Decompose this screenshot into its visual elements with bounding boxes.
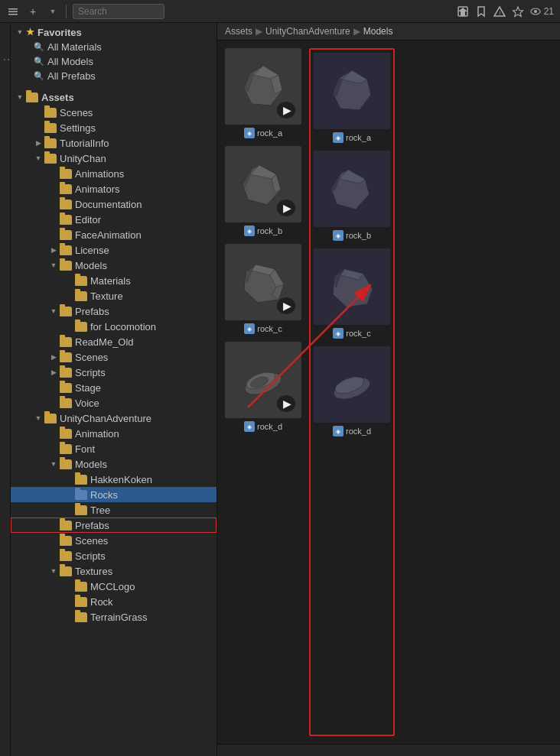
sidebar-item-mcclogo[interactable]: MCCLogo [11,579,217,594]
grid-item-rock-b-left[interactable]: ◈ rock_b [225,146,301,236]
svg-rect-0 [8,8,18,10]
prefabs-unitychan-arrow[interactable] [47,305,60,317]
grid-right-column-wrapper: ◈ rock_a ◈ rock_b [309,48,395,736]
grid-thumb-rock-d-right[interactable] [314,346,390,423]
sidebar-item-textures-adv[interactable]: Textures [11,563,217,579]
sidebar-item-rock-tex[interactable]: Rock [11,594,217,609]
sidebar-item-hakkenkoken[interactable]: HakkenKoken [11,472,217,487]
sidebar-item-scripts-unitychan[interactable]: Scripts [11,365,217,380]
sidebar-item-animation-adv[interactable]: Animation [11,426,217,441]
sidebar-item-scenes-top[interactable]: Scenes [11,105,217,120]
grid-thumb-rock-b-right[interactable] [314,151,390,227]
sidebar-item-scenes-unitychan[interactable]: Scenes [11,349,217,365]
sidebar-item-prefabs-unitychan[interactable]: Prefabs [11,303,217,319]
sidebar-item-rocks[interactable]: Rocks [11,487,217,502]
textures-adv-arrow[interactable] [47,565,60,577]
grid-thumb-rock-c-left[interactable] [225,244,301,320]
grid-item-rock-c-right[interactable]: ◈ rock_c [314,248,390,339]
warning-icon[interactable]: ! [493,5,506,18]
prefabs-unitychan-label: Prefabs [75,306,109,317]
bookmark-icon[interactable] [474,5,488,18]
grid-item-rock-d-right[interactable]: ◈ rock_d [314,346,390,436]
svg-text:!: ! [499,9,500,16]
grid-thumb-rock-d-left[interactable] [225,342,301,418]
sidebar-item-all-prefabs[interactable]: 🔍 All Prefabs [11,69,217,83]
grid-item-rock-d-left[interactable]: ◈ rock_d [225,342,301,432]
sidebar-item-license[interactable]: License [11,242,217,258]
sidebar-item-unitychan[interactable]: UnityChan [11,151,217,166]
scenes-unitychan-label: Scenes [75,352,108,363]
scenes-adv-label: Scenes [75,535,108,547]
sidebar-item-models-unitychan[interactable]: Models [11,258,217,273]
sidebar-item-tree[interactable]: Tree [11,502,217,518]
models-adv-arrow[interactable] [47,458,60,470]
tutorialinfo-arrow[interactable] [32,137,44,149]
scenes-adv-folder-icon [60,536,72,546]
grid-item-rock-c-left[interactable]: ◈ rock_c [225,244,301,334]
grid-thumb-rock-b-left[interactable] [225,146,301,222]
grid-item-rock-a-left[interactable]: ◈ rock_a [225,48,301,138]
settings-label: Settings [60,122,96,134]
voice-folder-icon [60,398,72,408]
menu-icon[interactable] [6,5,20,18]
sidebar-item-font[interactable]: Font [11,441,217,456]
unitychan-arrow[interactable] [32,152,44,164]
star-icon[interactable] [511,5,525,18]
sidebar-item-editor[interactable]: Editor [11,212,217,227]
sidebar-item-unitychanadventure[interactable]: UnityChanAdventure [11,410,217,426]
unitychanadventure-arrow[interactable] [32,412,44,424]
sidebar-item-voice[interactable]: Voice [11,395,217,410]
search-icon-models: 🔍 [34,57,44,67]
models-unitychan-arrow[interactable] [47,259,60,271]
sidebar-item-texture[interactable]: Texture [11,288,217,303]
breadcrumb-unitychanadventure[interactable]: UnityChanAdventure [265,26,350,37]
sidebar-item-settings[interactable]: Settings [11,120,217,135]
sidebar-item-terraingrass[interactable]: TerrainGrass [11,609,217,625]
rock-d-preview-left [236,353,290,407]
grid-item-rock-a-right[interactable]: ◈ rock_a [314,53,390,143]
scripts-adv-folder-icon [60,551,72,561]
sidebar-item-all-models[interactable]: 🔍 All Models [11,54,217,69]
toolbar: + ▼ ! 21 [0,0,560,23]
grid-thumb-rock-a-right[interactable] [314,53,390,129]
scripts-unitychan-arrow[interactable] [47,366,60,378]
sidebar-item-scenes-adv[interactable]: Scenes [11,533,217,548]
grid-label-rock-d-left: ◈ rock_d [244,421,282,432]
svg-rect-4 [461,11,465,16]
animation-adv-label: Animation [75,428,119,440]
grid-thumb-rock-a-left[interactable] [225,48,301,125]
sidebar-item-animations[interactable]: Animations [11,166,217,181]
sidebar-item-faceanimation[interactable]: FaceAnimation [11,227,217,242]
sidebar-item-documentation[interactable]: Documentation [11,196,217,212]
add-dropdown-icon[interactable]: ▼ [46,5,60,18]
sidebar-item-all-materials[interactable]: 🔍 All Materials [11,40,217,54]
sidebar: ★ Favorites 🔍 All Materials 🔍 All Models… [11,23,217,756]
unity-icon-rock-a-left: ◈ [244,128,255,138]
license-arrow[interactable] [47,244,60,256]
breadcrumb-assets[interactable]: Assets [225,26,252,37]
grid-item-rock-b-right[interactable]: ◈ rock_b [314,151,390,241]
assets-arrow[interactable] [14,91,26,103]
sidebar-item-models-adv[interactable]: Models [11,456,217,472]
sidebar-item-prefabs-adv[interactable]: Prefabs [11,518,217,533]
models-adv-label: Models [75,459,107,470]
all-materials-label: All Materials [47,41,102,53]
scenes-unitychan-folder-icon [60,352,72,362]
sidebar-item-scripts-adv[interactable]: Scripts [11,548,217,563]
rock-d-preview-right [325,358,379,411]
sidebar-item-animators[interactable]: Animators [11,181,217,196]
assets-label: Assets [41,92,74,103]
breadcrumb-models[interactable]: Models [363,26,393,37]
sidebar-item-readme[interactable]: ReadMe_Old [11,334,217,349]
unity-icon-rock-c-left: ◈ [244,323,255,334]
search-input[interactable] [73,4,164,19]
add-icon[interactable]: + [26,5,40,18]
scenes-unitychan-arrow[interactable] [47,351,60,363]
sidebar-item-stage[interactable]: Stage [11,380,217,395]
sidebar-item-for-locomotion[interactable]: for Locomotion [11,319,217,334]
favorites-arrow[interactable] [14,26,26,38]
grid-thumb-rock-c-right[interactable] [314,248,390,325]
sidebar-item-materials[interactable]: Materials [11,273,217,288]
home-icon[interactable] [456,5,470,18]
sidebar-item-tutorialinfo[interactable]: TutorialInfo [11,135,217,151]
